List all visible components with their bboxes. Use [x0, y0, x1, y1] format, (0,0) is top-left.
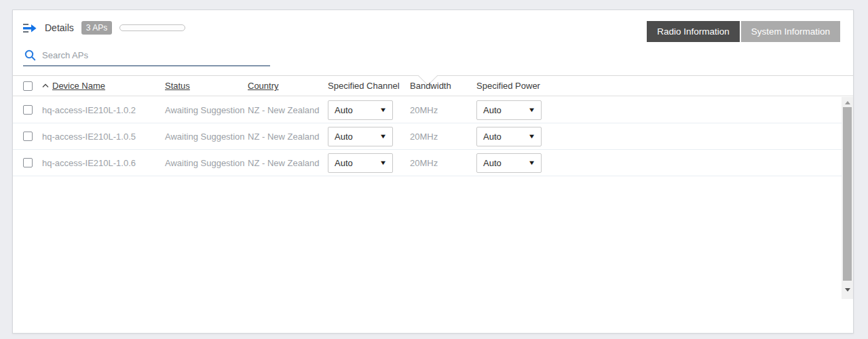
table-row: hq-access-IE210L-1.0.5 Awaiting Suggesti…: [13, 123, 842, 150]
chevron-down-icon: ▼: [379, 133, 388, 140]
bandwidth-cell: 20MHz: [410, 132, 438, 142]
details-label: Details: [45, 22, 74, 33]
chevron-down-icon: ▼: [528, 106, 536, 113]
bandwidth-cell: 20MHz: [410, 158, 438, 168]
status-cell: Awaiting Suggestion: [165, 105, 245, 115]
column-header-bandwidth: Bandwidth: [410, 81, 451, 91]
chevron-down-icon: ▼: [528, 133, 536, 140]
specified-channel-dropdown[interactable]: Auto ▼: [328, 127, 393, 146]
row-checkbox[interactable]: [23, 105, 33, 115]
status-cell: Awaiting Suggestion: [165, 158, 245, 168]
search-field: [23, 48, 270, 66]
specified-power-dropdown[interactable]: Auto ▼: [476, 100, 542, 120]
row-checkbox[interactable]: [23, 132, 33, 141]
specified-power-dropdown[interactable]: Auto ▼: [476, 153, 542, 173]
specified-channel-value: Auto: [335, 158, 353, 168]
search-input[interactable]: [42, 50, 269, 60]
column-header-device-name[interactable]: Device Name: [52, 81, 105, 91]
table-row: hq-access-IE210L-1.0.6 Awaiting Suggesti…: [13, 150, 842, 176]
chevron-down-icon: ▼: [379, 159, 388, 166]
sort-ascending-icon[interactable]: [42, 83, 49, 88]
column-header-specified-channel: Specified Channel: [328, 81, 400, 91]
search-icon: [24, 49, 36, 61]
scroll-down-arrow-icon[interactable]: [842, 284, 853, 295]
toolbar-left: Details 3 APs: [23, 21, 185, 35]
specified-power-value: Auto: [483, 105, 502, 115]
table-row: hq-access-IE210L-1.0.2 Awaiting Suggesti…: [13, 97, 842, 123]
details-panel: Details 3 APs Radio Information System I…: [12, 9, 854, 334]
specified-channel-dropdown[interactable]: Auto ▼: [328, 100, 393, 120]
row-checkbox[interactable]: [23, 158, 33, 167]
table-header-row: Device Name Status Country Specified Cha…: [13, 76, 853, 96]
specified-power-value: Auto: [483, 132, 502, 142]
specified-channel-dropdown[interactable]: Auto ▼: [328, 153, 393, 173]
device-name-cell: hq-access-IE210L-1.0.5: [42, 132, 136, 142]
bandwidth-cell: 20MHz: [410, 105, 438, 115]
specified-channel-value: Auto: [335, 132, 353, 142]
chevron-down-icon: ▼: [528, 159, 536, 166]
country-cell: NZ - New Zealand: [248, 105, 319, 115]
scrollbar-thumb[interactable]: [843, 107, 852, 281]
radio-information-button[interactable]: Radio Information: [647, 21, 740, 42]
specified-power-value: Auto: [483, 158, 502, 168]
table-body: hq-access-IE210L-1.0.2 Awaiting Suggesti…: [13, 97, 842, 299]
specified-channel-value: Auto: [335, 105, 353, 115]
column-header-country[interactable]: Country: [248, 81, 279, 91]
column-header-specified-power: Specified Power: [476, 81, 540, 91]
device-name-cell: hq-access-IE210L-1.0.6: [42, 158, 136, 168]
select-all-checkbox[interactable]: [23, 81, 33, 91]
system-information-button[interactable]: System Information: [741, 21, 840, 42]
ap-count-badge: 3 APs: [81, 21, 112, 35]
scroll-up-arrow-icon[interactable]: [842, 97, 853, 108]
collapse-panel-icon[interactable]: [23, 22, 37, 34]
status-cell: Awaiting Suggestion: [165, 132, 245, 142]
column-header-status[interactable]: Status: [165, 81, 190, 91]
specified-power-dropdown[interactable]: Auto ▼: [476, 127, 542, 146]
vertical-scrollbar[interactable]: [842, 97, 853, 299]
chevron-down-icon: ▼: [379, 106, 388, 113]
device-name-cell: hq-access-IE210L-1.0.2: [42, 105, 136, 115]
info-toggle-group: Radio Information System Information: [647, 21, 840, 42]
country-cell: NZ - New Zealand: [248, 158, 319, 168]
progress-bar: [119, 24, 185, 31]
country-cell: NZ - New Zealand: [248, 132, 319, 142]
